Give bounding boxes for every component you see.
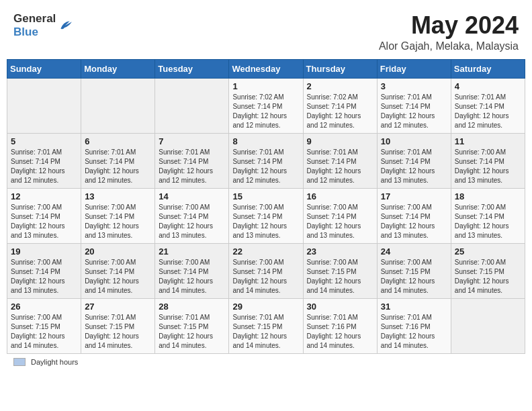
calendar-week-row: 5Sunrise: 7:01 AM Sunset: 7:14 PM Daylig… [7,133,525,188]
calendar-week-row: 1Sunrise: 7:02 AM Sunset: 7:14 PM Daylig… [7,78,525,133]
day-number: 15 [232,191,299,201]
calendar-day-cell: 4Sunrise: 7:01 AM Sunset: 7:14 PM Daylig… [451,78,525,133]
calendar-day-cell: 27Sunrise: 7:01 AM Sunset: 7:15 PM Dayli… [81,298,155,353]
calendar-day-cell: 21Sunrise: 7:00 AM Sunset: 7:14 PM Dayli… [155,243,229,298]
calendar-day-cell [155,78,229,133]
calendar-header-row: SundayMondayTuesdayWednesdayThursdayFrid… [7,59,525,78]
calendar-day-cell [81,78,155,133]
day-number: 20 [85,246,151,257]
calendar-day-header: Tuesday [155,59,229,78]
day-info: Sunrise: 7:01 AM Sunset: 7:14 PM Dayligh… [85,148,151,185]
day-info: Sunrise: 7:00 AM Sunset: 7:14 PM Dayligh… [455,203,521,240]
calendar-day-cell: 3Sunrise: 7:01 AM Sunset: 7:14 PM Daylig… [377,78,451,133]
day-info: Sunrise: 7:01 AM Sunset: 7:14 PM Dayligh… [381,93,447,130]
legend-label: Daylight hours [31,358,78,366]
calendar-day-cell: 19Sunrise: 7:00 AM Sunset: 7:14 PM Dayli… [7,243,81,298]
day-info: Sunrise: 7:01 AM Sunset: 7:14 PM Dayligh… [232,148,299,185]
day-number: 2 [307,81,373,91]
calendar-day-header: Monday [81,59,155,78]
calendar-day-cell: 16Sunrise: 7:00 AM Sunset: 7:14 PM Dayli… [303,188,377,243]
calendar-day-cell: 24Sunrise: 7:00 AM Sunset: 7:15 PM Dayli… [377,243,451,298]
calendar-day-cell: 25Sunrise: 7:00 AM Sunset: 7:15 PM Dayli… [451,243,525,298]
calendar-week-row: 26Sunrise: 7:00 AM Sunset: 7:15 PM Dayli… [7,298,525,353]
day-info: Sunrise: 7:00 AM Sunset: 7:14 PM Dayligh… [455,148,521,185]
calendar-day-header: Friday [377,59,451,78]
calendar-day-cell: 11Sunrise: 7:00 AM Sunset: 7:14 PM Dayli… [451,133,525,188]
calendar-day-cell: 18Sunrise: 7:00 AM Sunset: 7:14 PM Dayli… [451,188,525,243]
day-number: 24 [381,246,447,257]
day-info: Sunrise: 7:01 AM Sunset: 7:14 PM Dayligh… [455,93,521,130]
day-number: 10 [381,136,447,146]
calendar-day-cell: 12Sunrise: 7:00 AM Sunset: 7:14 PM Dayli… [7,188,81,243]
day-number: 3 [381,81,447,91]
day-number: 21 [159,246,225,257]
calendar-week-row: 19Sunrise: 7:00 AM Sunset: 7:14 PM Dayli… [7,243,525,298]
day-number: 31 [381,302,447,312]
day-info: Sunrise: 7:01 AM Sunset: 7:14 PM Dayligh… [307,148,373,185]
calendar-day-header: Saturday [451,59,525,78]
day-info: Sunrise: 7:00 AM Sunset: 7:15 PM Dayligh… [11,313,77,351]
day-info: Sunrise: 7:00 AM Sunset: 7:14 PM Dayligh… [232,203,299,240]
day-info: Sunrise: 7:00 AM Sunset: 7:14 PM Dayligh… [381,203,447,240]
calendar-day-cell: 15Sunrise: 7:00 AM Sunset: 7:14 PM Dayli… [229,188,303,243]
day-number: 26 [11,302,77,312]
day-number: 25 [455,246,521,257]
day-info: Sunrise: 7:00 AM Sunset: 7:14 PM Dayligh… [85,258,151,295]
calendar-day-cell: 1Sunrise: 7:02 AM Sunset: 7:14 PM Daylig… [229,78,303,133]
calendar-day-cell: 6Sunrise: 7:01 AM Sunset: 7:14 PM Daylig… [81,133,155,188]
calendar-day-cell: 22Sunrise: 7:00 AM Sunset: 7:14 PM Dayli… [229,243,303,298]
calendar-day-cell: 10Sunrise: 7:01 AM Sunset: 7:14 PM Dayli… [377,133,451,188]
day-info: Sunrise: 7:00 AM Sunset: 7:14 PM Dayligh… [307,203,373,240]
day-info: Sunrise: 7:00 AM Sunset: 7:14 PM Dayligh… [11,258,77,295]
calendar-day-cell: 8Sunrise: 7:01 AM Sunset: 7:14 PM Daylig… [229,133,303,188]
day-info: Sunrise: 7:02 AM Sunset: 7:14 PM Dayligh… [232,93,299,130]
calendar-day-cell [7,78,81,133]
calendar-day-cell: 23Sunrise: 7:00 AM Sunset: 7:15 PM Dayli… [303,243,377,298]
day-number: 22 [232,246,299,257]
logo-bird-icon [58,18,73,33]
day-number: 5 [11,136,77,146]
day-info: Sunrise: 7:01 AM Sunset: 7:15 PM Dayligh… [159,313,225,351]
calendar-day-cell: 9Sunrise: 7:01 AM Sunset: 7:14 PM Daylig… [303,133,377,188]
calendar-day-cell: 31Sunrise: 7:01 AM Sunset: 7:16 PM Dayli… [377,298,451,353]
calendar-day-cell: 28Sunrise: 7:01 AM Sunset: 7:15 PM Dayli… [155,298,229,353]
calendar-day-cell: 5Sunrise: 7:01 AM Sunset: 7:14 PM Daylig… [7,133,81,188]
main-title: May 2024 [379,12,519,39]
day-number: 27 [85,302,151,312]
calendar-day-header: Thursday [303,59,377,78]
calendar-table: SundayMondayTuesdayWednesdayThursdayFrid… [7,59,525,354]
calendar-day-header: Sunday [7,59,81,78]
day-number: 14 [159,191,225,201]
calendar-day-cell: 30Sunrise: 7:01 AM Sunset: 7:16 PM Dayli… [303,298,377,353]
day-info: Sunrise: 7:00 AM Sunset: 7:14 PM Dayligh… [232,258,299,295]
calendar-day-cell: 14Sunrise: 7:00 AM Sunset: 7:14 PM Dayli… [155,188,229,243]
day-info: Sunrise: 7:00 AM Sunset: 7:14 PM Dayligh… [85,203,151,240]
day-info: Sunrise: 7:01 AM Sunset: 7:16 PM Dayligh… [307,313,373,351]
day-info: Sunrise: 7:01 AM Sunset: 7:15 PM Dayligh… [85,313,151,351]
day-number: 1 [232,81,299,91]
title-area: May 2024 Alor Gajah, Melaka, Malaysia [379,12,519,52]
day-info: Sunrise: 7:01 AM Sunset: 7:15 PM Dayligh… [232,313,299,351]
day-number: 8 [232,136,299,146]
day-info: Sunrise: 7:02 AM Sunset: 7:14 PM Dayligh… [307,93,373,130]
day-info: Sunrise: 7:00 AM Sunset: 7:14 PM Dayligh… [159,258,225,295]
day-number: 28 [159,302,225,312]
day-number: 11 [455,136,521,146]
day-number: 13 [85,191,151,201]
logo: General Blue [13,12,73,40]
day-number: 16 [307,191,373,201]
day-number: 23 [307,246,373,257]
calendar-day-cell: 29Sunrise: 7:01 AM Sunset: 7:15 PM Dayli… [229,298,303,353]
subtitle: Alor Gajah, Melaka, Malaysia [379,40,519,52]
day-info: Sunrise: 7:01 AM Sunset: 7:14 PM Dayligh… [381,148,447,185]
page-header: General Blue May 2024 Alor Gajah, Melaka… [7,7,525,56]
day-info: Sunrise: 7:00 AM Sunset: 7:15 PM Dayligh… [381,258,447,295]
calendar-day-cell: 13Sunrise: 7:00 AM Sunset: 7:14 PM Dayli… [81,188,155,243]
day-info: Sunrise: 7:01 AM Sunset: 7:14 PM Dayligh… [11,148,77,185]
day-info: Sunrise: 7:00 AM Sunset: 7:15 PM Dayligh… [307,258,373,295]
calendar-day-cell [451,298,525,353]
calendar-day-cell: 17Sunrise: 7:00 AM Sunset: 7:14 PM Dayli… [377,188,451,243]
calendar-day-cell: 7Sunrise: 7:01 AM Sunset: 7:14 PM Daylig… [155,133,229,188]
logo-blue-text: Blue [13,26,56,39]
calendar-day-header: Wednesday [229,59,303,78]
